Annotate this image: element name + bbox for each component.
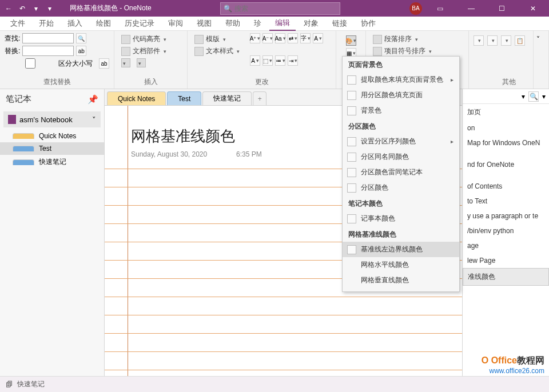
tab-add[interactable]: + [253,91,266,105]
panel-search-drop-icon[interactable]: ▾ [542,93,546,101]
highlight-icon[interactable]: A [250,55,260,66]
margin-line [128,106,128,376]
match-case-label: 区分大小写 [58,59,93,69]
find-go-icon[interactable]: 🔍 [76,33,86,43]
page-list-item[interactable]: of Contents [463,179,549,194]
page-list-item[interactable]: /bin/env python [463,223,549,238]
menu-object[interactable]: 对象 [298,17,324,30]
section-fast-notes[interactable]: 快速笔记 [0,155,104,169]
notebook-item[interactable]: asm's Notebook ˅ [3,111,101,127]
redo-dropdown-icon[interactable]: ▾ [31,3,41,14]
collapse-ribbon-icon[interactable]: ˅ [536,35,547,46]
page-list-item[interactable]: on [463,121,549,135]
page-list-item[interactable]: nd for OneNote [463,157,549,172]
replace-input[interactable] [22,46,74,56]
format-icon[interactable]: ⬚ [262,55,273,66]
other2-icon[interactable] [487,35,498,46]
menu-review[interactable]: 审阅 [162,17,189,30]
list-icon[interactable]: ≔ [275,55,285,66]
menu-draw[interactable]: 绘图 [90,17,117,30]
other3-icon[interactable] [501,35,511,46]
tab-quick-notes[interactable]: Quick Notes [107,91,166,105]
user-avatar[interactable]: BA [409,2,422,15]
page-list-item[interactable]: to Text [463,194,549,209]
doc-parts-button[interactable]: 文档部件 [119,45,182,57]
match-case-checkbox[interactable] [5,58,56,69]
status-icon[interactable]: 🗐 [6,381,13,389]
code-highlight-button[interactable]: 代码高亮 [119,33,182,45]
opt-grid-vertical[interactable]: 网格垂直线颜色 [343,273,459,288]
menu-edit[interactable]: 编辑 [269,16,296,31]
opt-section-color[interactable]: 分区颜色 [343,180,459,195]
other1-icon[interactable] [474,35,484,46]
insert-misc1-icon[interactable] [121,58,130,67]
lang-icon[interactable]: 字 [300,33,311,43]
tab-fast-notes[interactable]: 快速笔记 [202,91,252,105]
section-quick-notes[interactable]: Quick Notes [0,130,104,142]
pin-icon[interactable]: 📌 [87,94,98,105]
font-dec-icon[interactable]: A⁻ [262,33,273,43]
page-color-button[interactable]: 🎨 [346,35,356,46]
char-width-icon[interactable]: ⇄ [288,33,298,43]
menu-zhen[interactable]: 珍 [248,17,267,30]
page-list-item[interactable] [463,150,549,157]
panel-dropdown-icon[interactable]: ▾ [522,93,525,101]
menu-file[interactable]: 文件 [5,17,31,30]
font-color-icon[interactable]: A [313,33,323,43]
opt-section-fill[interactable]: 用分区颜色填充页面 [343,87,459,103]
panel-search-icon[interactable]: 🔍 [528,91,539,102]
text-style-icon [194,47,204,56]
opt-background-color[interactable]: 背景色 [343,103,459,118]
opt-extract-color[interactable]: 提取颜色来填充页面背景色▸ [343,72,459,87]
ribbon-display-icon[interactable]: ▭ [428,0,453,17]
page-date: Sunday, August 30, 2020 [131,150,207,158]
menu-collab[interactable]: 协作 [355,17,381,30]
page-list-item[interactable]: 加页 [463,104,549,121]
opt-section-seq-color[interactable]: 设置分区序列颜色▸ [343,134,459,149]
opt-section-same-name[interactable]: 分区同名同颜色 [343,149,459,165]
page-list-item[interactable]: Map for Windows OneN [463,135,549,150]
opt-grid-left-border[interactable]: 基准线左边界线颜色 [343,242,459,257]
opt-grid-horizontal[interactable]: 网格水平线颜色 [343,257,459,273]
menu-history[interactable]: 历史记录 [119,17,160,30]
menu-insert[interactable]: 插入 [62,17,88,30]
page-list-item[interactable]: 准线颜色 [463,268,549,286]
qat-customize-icon[interactable]: ▾ [45,3,55,14]
page-list-item[interactable]: y use a paragraph or te [463,209,549,223]
menu-view[interactable]: 视图 [191,17,217,30]
search-box[interactable]: 🔍 [220,2,340,15]
page-title[interactable]: 网格基准线颜色 [131,126,235,146]
page-list-item[interactable]: age [463,238,549,253]
indent-icon[interactable]: ⇥ [288,55,298,66]
undo-icon[interactable]: ↶ [17,3,27,14]
font-inc-icon[interactable]: A⁺ [250,33,260,43]
font-case-icon[interactable]: Aa [275,33,285,43]
template-button[interactable]: 模版 [192,33,242,45]
opt-notebook-color[interactable]: 记事本颜色 [343,211,459,226]
close-icon[interactable]: ✕ [520,0,546,17]
template-icon [194,35,204,44]
bullet-sort-button[interactable]: 项目符号排序 [371,45,464,57]
replace-one-icon[interactable]: ab [76,46,86,56]
para-sort-button[interactable]: 段落排序 [371,33,464,45]
search-input[interactable] [234,5,320,13]
bg-icon [347,106,356,115]
menu-help[interactable]: 帮助 [220,17,246,30]
page-list-item[interactable]: lew Page [463,253,549,268]
replace-all-icon[interactable]: ab [99,58,109,69]
back-icon[interactable]: ← [3,3,14,14]
tab-test[interactable]: Test [167,91,201,105]
text-style-button[interactable]: 文本样式 [192,45,242,57]
opt-section-like-notebook[interactable]: 分区颜色雷同笔记本 [343,165,459,180]
menu-home[interactable]: 开始 [33,17,59,30]
maximize-icon[interactable]: ☐ [490,0,515,17]
minimize-icon[interactable]: — [459,0,484,17]
page-list-item[interactable] [463,172,549,179]
nb-color-icon [347,214,356,223]
find-input[interactable] [22,33,74,43]
insert-misc2-icon[interactable] [137,58,146,67]
menu-link[interactable]: 链接 [327,17,353,30]
section-test[interactable]: Test [0,142,104,155]
notebook-icon [8,115,16,124]
paste-icon[interactable]: 📋 [515,35,525,46]
